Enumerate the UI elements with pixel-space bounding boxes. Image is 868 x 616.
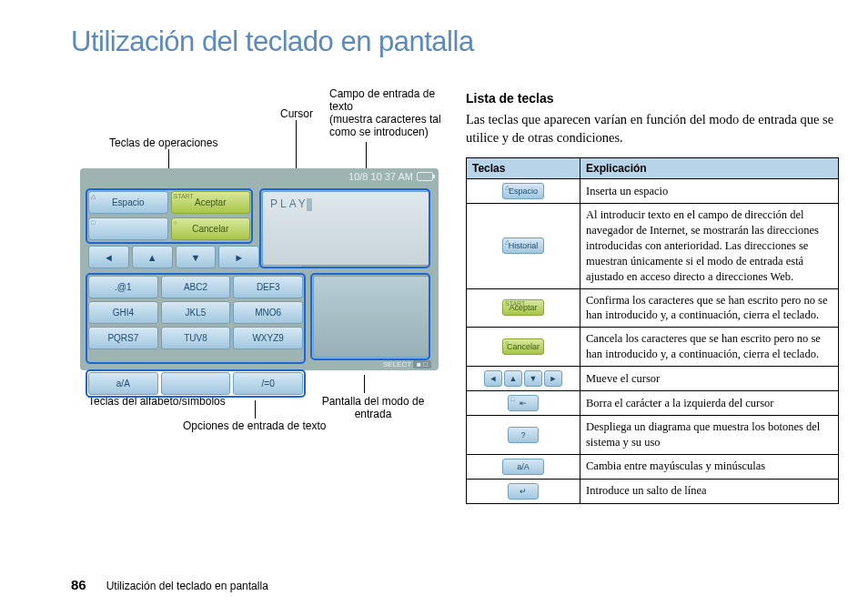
page-footer: 86 Utilización del teclado en pantalla [71, 577, 268, 592]
page-number: 86 [71, 577, 86, 592]
arrow-down-icon: ▼ [524, 370, 542, 387]
th-explicacion: Explicación [580, 158, 839, 179]
keylist-table: Teclas Explicación △Espacio Inserta un e… [466, 157, 839, 504]
label-cursor: Cursor [280, 107, 313, 120]
keyboard-diagram: 10/8 10 37 AM △Espacio STARTAceptar □ ○C… [80, 168, 439, 370]
mini-key-cursor: ◄ ▲ ▼ ► [484, 370, 562, 387]
key-8[interactable]: TUV8 [161, 327, 231, 349]
table-header: Teclas Explicación [467, 158, 839, 179]
key-cancelar[interactable]: ○Cancelar [171, 217, 251, 240]
mini-key-backspace: □⇤ [508, 395, 539, 411]
mini-key-cancelar: ○Cancelar [502, 338, 544, 355]
label-field-note: (muestra caracteres tal como se introduc… [329, 113, 441, 138]
key-label: Espacio [509, 187, 538, 196]
arrow-left-icon: ◄ [104, 252, 114, 263]
key-espacio[interactable]: △Espacio [88, 191, 168, 214]
right-column: Lista de teclas Las teclas que aparecen … [466, 91, 839, 504]
key-aceptar[interactable]: STARTAceptar [171, 191, 251, 214]
connector-line [364, 375, 365, 393]
label-mode: Pantalla del modo de entrada [314, 395, 432, 420]
table-row: STARTAceptar Confirma los caracteres que… [467, 288, 839, 328]
key-1[interactable]: .@1 [88, 276, 158, 298]
key-label: Espacio [112, 197, 145, 207]
cell-desc: Cambia entre mayúsculas y minúsculas [580, 454, 839, 479]
key-3[interactable]: DEF3 [233, 276, 303, 298]
cell-desc: Borra el carácter a la izquierda del cur… [580, 391, 839, 416]
select-label: SELECT [383, 360, 411, 369]
table-row: □⇤ Borra el carácter a la izquierda del … [467, 391, 839, 416]
th-teclas: Teclas [467, 158, 580, 179]
ops-keys: △Espacio STARTAceptar □ ○Cancelar [88, 191, 250, 241]
key-label: Cancelar [507, 342, 540, 351]
key-symbols[interactable]: /=0 [233, 372, 303, 395]
cell-desc: Inserta un espacio [580, 179, 839, 204]
mini-key-aceptar: STARTAceptar [502, 299, 544, 316]
key-7[interactable]: PQRS7 [88, 327, 158, 349]
key-up[interactable]: ▲ [132, 246, 173, 268]
cell-desc: Confirma los caracteres que se han escri… [580, 288, 839, 328]
mini-key-historial: △Historial [502, 237, 544, 254]
key-down[interactable]: ▼ [176, 246, 217, 268]
mini-key-case: a/A [502, 459, 544, 475]
battery-icon [417, 172, 433, 181]
page-title: Utilización del teclado en pantalla [71, 25, 474, 58]
connector-line [255, 400, 256, 419]
table-row: ? Despliega un diagrama que muestra los … [467, 416, 839, 455]
status-time: 10/8 10 37 AM [348, 171, 413, 182]
table-row: △Espacio Inserta un espacio [467, 179, 839, 204]
key-blank2[interactable] [161, 372, 231, 395]
key-label: Aceptar [195, 197, 226, 207]
cell-desc: Despliega un diagrama que muestra los bo… [580, 416, 839, 455]
arrow-right-icon: ► [544, 370, 562, 387]
alpha-keys: .@1 ABC2 DEF3 GHI4 JKL5 MNO6 PQRS7 TUV8 … [88, 276, 303, 375]
key-label: Cancelar [192, 224, 228, 234]
cell-desc: Cancela los caracteres que se han escrit… [580, 328, 839, 367]
textopt-keys: a/A /=0 [88, 372, 303, 395]
text-field-content: PLAY [270, 197, 308, 210]
key-blank[interactable]: □ [88, 217, 168, 240]
arrow-down-icon: ▼ [191, 252, 201, 263]
label-field: Campo de entrada de texto (muestra carac… [329, 87, 457, 138]
label-alpha: Teclas del alfabeto/símbolos [88, 395, 226, 408]
mini-key-help: ? [508, 427, 539, 443]
key-9[interactable]: WXYZ9 [233, 327, 303, 349]
cell-desc: Al introducir texto en el campo de direc… [580, 204, 839, 288]
label-textopts: Opciones de entrada de texto [183, 419, 326, 432]
keylist-heading: Lista de teclas [466, 91, 839, 106]
mode-panel [313, 276, 430, 358]
cell-desc: Mueve el cursor [580, 367, 839, 391]
arrow-right-icon: ► [234, 252, 244, 263]
mini-key-espacio: △Espacio [502, 183, 544, 199]
key-case[interactable]: a/A [88, 372, 158, 395]
mini-key-enter: ↵ [508, 483, 539, 500]
arrow-up-icon: ▲ [147, 252, 157, 263]
table-row: ↵ Introduce un salto de línea [467, 479, 839, 503]
footer-text: Utilización del teclado en pantalla [106, 580, 268, 592]
text-field[interactable]: PLAY [262, 191, 430, 266]
key-right[interactable]: ► [218, 246, 259, 268]
arrow-up-icon: ▲ [504, 370, 522, 387]
table-row: ○Cancelar Cancela los caracteres que se … [467, 328, 839, 367]
cursor-icon [307, 198, 312, 211]
select-badge: SELECT■ □ [383, 360, 431, 369]
key-2[interactable]: ABC2 [161, 276, 231, 298]
table-row: △Historial Al introducir texto en el cam… [467, 204, 839, 288]
table-row: a/A Cambia entre mayúsculas y minúsculas [467, 454, 839, 479]
table-row: ◄ ▲ ▼ ► Mueve el cursor [467, 367, 839, 391]
key-left[interactable]: ◄ [88, 246, 129, 268]
arrow-left-icon: ◄ [484, 370, 502, 387]
status-bar: 10/8 10 37 AM [80, 168, 439, 185]
label-ops: Teclas de operaciones [109, 136, 217, 149]
cell-desc: Introduce un salto de línea [580, 479, 839, 503]
key-label: Historial [509, 241, 539, 250]
keylist-intro: Las teclas que aparecen varían en funció… [466, 111, 839, 146]
label-field-title: Campo de entrada de texto [329, 87, 435, 113]
key-4[interactable]: GHI4 [88, 301, 158, 324]
key-6[interactable]: MNO6 [233, 301, 303, 324]
key-5[interactable]: JKL5 [161, 301, 231, 324]
